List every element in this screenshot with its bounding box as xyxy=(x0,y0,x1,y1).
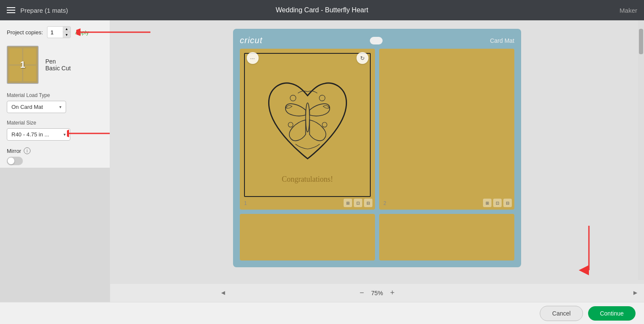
slot-menu-button-1[interactable]: ··· xyxy=(247,52,258,64)
slot-icon-1c[interactable]: ⊟ xyxy=(364,199,372,207)
copies-input[interactable] xyxy=(47,27,63,38)
project-copies-row: Project copies: ▲ ▼ Apply xyxy=(0,20,110,42)
left-panel: Project copies: ▲ ▼ Apply xyxy=(0,20,110,302)
red-arrow-size xyxy=(67,127,110,143)
apply-button[interactable]: Apply xyxy=(75,29,89,36)
svg-point-6 xyxy=(319,95,325,101)
copies-up-arrow[interactable]: ▲ xyxy=(63,27,70,32)
material-size-value: R40 - 4.75 in ... xyxy=(11,131,49,138)
mirror-section: Mirror i xyxy=(0,145,110,168)
mat-thumbnail: 1 xyxy=(7,46,39,84)
zoom-value: 75% xyxy=(371,290,383,296)
toggle-knob xyxy=(8,158,14,164)
zoom-out-button[interactable]: − xyxy=(357,288,367,298)
slot-icon-2c[interactable]: ⊟ xyxy=(503,199,512,207)
svg-point-8 xyxy=(322,122,327,127)
header: Prepare (1 mats) Wedding Card - Butterfl… xyxy=(0,0,644,20)
svg-point-7 xyxy=(288,122,293,127)
slot-icon-2b[interactable]: ⊡ xyxy=(493,199,502,207)
copies-arrows: ▲ ▼ xyxy=(63,27,70,38)
menu-icon[interactable] xyxy=(7,7,15,13)
mat-info: Pen Basic Cut xyxy=(45,58,71,72)
chevron-down-icon-size: ▾ xyxy=(64,132,66,137)
zoom-in-button[interactable]: + xyxy=(387,288,397,298)
card-mat-label: Card Mat xyxy=(490,37,514,44)
slot-icon-2a[interactable]: ⊞ xyxy=(483,199,491,207)
mat-cell-4 xyxy=(23,66,36,82)
header-title: Wedding Card - Butterfly Heart xyxy=(276,6,368,14)
mat-thumbnail-row: 1 Pen Basic Cut xyxy=(0,42,110,88)
slot-top-buttons-1: ··· ↻ xyxy=(247,52,368,64)
slot-icon-1b[interactable]: ⊡ xyxy=(354,199,362,207)
zoom-bar: − 75% + xyxy=(110,283,644,302)
material-size-section: Material Size R40 - 4.75 in ... ▾ xyxy=(0,117,110,145)
scrollbar-thumb xyxy=(639,29,643,54)
scroll-left-arrow[interactable]: ◀ xyxy=(221,283,225,302)
oval-indicator xyxy=(370,37,383,44)
slot-number-1: 1 xyxy=(244,200,247,206)
design-overlay: Congratulations! xyxy=(244,53,371,197)
mirror-info-icon[interactable]: i xyxy=(24,147,31,154)
mirror-label: Mirror xyxy=(7,148,21,154)
material-size-dropdown[interactable]: R40 - 4.75 in ... ▾ xyxy=(7,128,70,141)
scroll-right-arrow[interactable]: ▶ xyxy=(633,283,637,302)
butterfly-heart-svg xyxy=(258,66,358,173)
header-maker: Maker xyxy=(619,7,637,14)
mat-cell-2 xyxy=(23,48,36,64)
main-content: Project copies: ▲ ▼ Apply xyxy=(0,20,644,302)
mat-slot-1: ··· ↻ xyxy=(240,49,375,210)
svg-point-4 xyxy=(305,102,309,132)
svg-point-5 xyxy=(290,95,296,101)
mat-grid: ··· ↻ xyxy=(240,49,514,260)
congrats-text: Congratulations! xyxy=(282,175,333,184)
card-mat-header: cricut Card Mat xyxy=(240,36,514,45)
mat-slot-3 xyxy=(240,214,375,260)
cricut-logo: cricut xyxy=(240,36,263,45)
header-prepare-label: Prepare (1 mats) xyxy=(20,7,68,14)
mat-info-pen: Pen xyxy=(45,58,71,65)
continue-button[interactable]: Continue xyxy=(588,306,636,321)
slot-rotate-button-1[interactable]: ↻ xyxy=(356,52,368,64)
material-size-label: Material Size xyxy=(7,120,103,126)
mat-cell-3 xyxy=(9,66,22,82)
material-load-type-dropdown[interactable]: On Card Mat ▾ xyxy=(7,101,66,113)
chevron-down-icon: ▾ xyxy=(59,105,61,109)
copies-input-wrap: ▲ ▼ xyxy=(47,26,71,38)
slot-number-2: 2 xyxy=(383,200,386,206)
project-copies-label: Project copies: xyxy=(7,29,43,36)
material-load-type-section: Material Load Type On Card Mat ▾ xyxy=(0,88,110,117)
left-panel-bottom xyxy=(0,168,110,302)
slot-icons-2: ⊞ ⊡ ⊟ xyxy=(483,199,512,207)
slot-icon-1a[interactable]: ⊞ xyxy=(344,199,352,207)
mat-info-cut: Basic Cut xyxy=(45,65,71,72)
canvas-scroll-area[interactable]: cricut Card Mat ··· ↻ xyxy=(110,20,644,283)
material-load-type-label: Material Load Type xyxy=(7,92,103,98)
mat-slot-2: 2 ⊞ ⊡ ⊟ xyxy=(379,49,514,210)
mat-cell-1 xyxy=(9,48,22,64)
mirror-toggle[interactable] xyxy=(7,157,23,165)
right-scrollbar[interactable] xyxy=(638,20,644,280)
canvas-area: cricut Card Mat ··· ↻ xyxy=(110,20,644,302)
cancel-button[interactable]: Cancel xyxy=(540,306,583,321)
slot-icons-1: ⊞ ⊡ ⊟ xyxy=(344,199,372,207)
material-load-type-value: On Card Mat xyxy=(11,104,43,110)
card-mat-container: cricut Card Mat ··· ↻ xyxy=(233,29,521,267)
copies-down-arrow[interactable]: ▼ xyxy=(63,32,70,38)
bottom-bar: Cancel Continue xyxy=(0,302,644,324)
mat-slot-4 xyxy=(379,214,514,260)
